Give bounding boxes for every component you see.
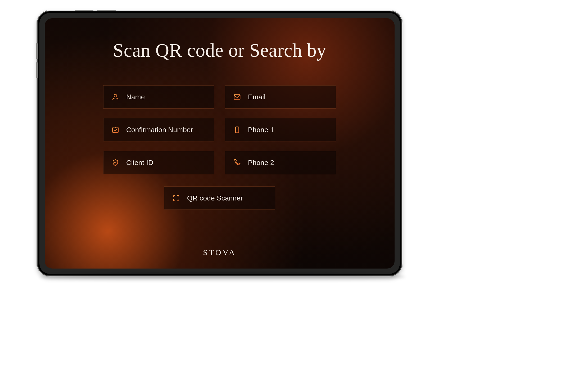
option-qr-scanner[interactable]: QR code Scanner [164,186,275,210]
tablet-frame: Scan QR code or Search by Name [37,11,402,276]
option-label: Email [248,93,266,101]
option-label: Client ID [126,159,153,167]
tablet-screen: Scan QR code or Search by Name [45,18,395,269]
svg-rect-1 [234,95,240,99]
volume-down-button[interactable] [36,62,38,78]
page-title: Scan QR code or Search by [113,39,326,61]
option-client-id[interactable]: Client ID [103,151,214,174]
check-folder-icon [111,126,119,134]
smartphone-icon [233,126,241,134]
user-icon [111,93,119,101]
envelope-icon [233,93,241,101]
option-confirmation-number[interactable]: Confirmation Number [103,118,214,141]
option-label: Name [126,93,145,101]
brand-logo: STOVA [203,248,236,258]
option-label: Phone 1 [248,126,274,134]
volume-up-button[interactable] [36,43,38,59]
lock-button[interactable] [97,10,116,11]
option-phone-1[interactable]: Phone 1 [225,118,336,141]
option-name[interactable]: Name [103,85,214,109]
qr-brackets-icon [172,194,180,202]
option-email[interactable]: Email [225,85,336,109]
tablet-shadow [40,273,405,281]
option-label: QR code Scanner [187,194,243,202]
shield-check-icon [111,159,119,167]
phone-handset-icon [233,159,241,167]
search-options-grid: Name Email [103,85,336,174]
option-phone-2[interactable]: Phone 2 [225,151,336,174]
svg-point-0 [114,94,117,97]
option-label: Phone 2 [248,159,274,167]
option-label: Confirmation Number [126,126,193,134]
power-button[interactable] [75,10,93,11]
